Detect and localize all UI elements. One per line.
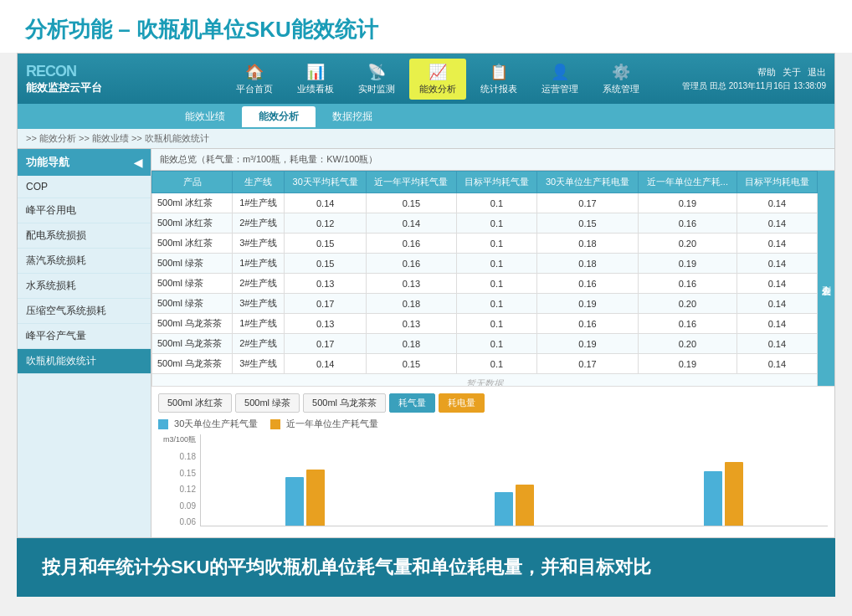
nav-item-dashboard[interactable]: 📊 业绩看板	[287, 59, 344, 100]
cell-v5: 0.19	[639, 254, 737, 274]
cell-v2: 0.14	[366, 213, 456, 234]
nav-label-home: 平台首页	[236, 83, 273, 95]
cell-v1: 0.13	[285, 274, 367, 294]
nav-item-operations[interactable]: 👤 运营管理	[531, 59, 588, 100]
col-1year-gas: 近一年平均耗气量	[366, 172, 456, 193]
sidebar-item-distribution[interactable]: 配电系统损损	[18, 223, 151, 249]
chart-tab-green-tea[interactable]: 500ml 绿茶	[235, 393, 300, 413]
cell-v6: 0.14	[737, 314, 817, 334]
no-data-cell: 暂无数据	[152, 374, 818, 387]
nav-icons: 🏠 平台首页 📊 业绩看板 📡 实时监测 📈 能效分析 📋 统计报表 👤	[193, 59, 682, 100]
cell-product: 500ml 绿茶	[152, 254, 233, 274]
about-link[interactable]: 关于	[783, 66, 801, 79]
cell-v1: 0.15	[285, 254, 367, 274]
cell-v1: 0.17	[285, 294, 367, 314]
cell-v3: 0.1	[456, 274, 536, 294]
sidebar-item-blower-stats[interactable]: 吹瓶机能效统计	[18, 349, 151, 374]
cell-v2: 0.15	[366, 193, 456, 213]
cell-v2: 0.18	[366, 334, 456, 354]
cell-v1: 0.15	[285, 234, 367, 254]
y-tick-3: 0.12	[158, 485, 196, 494]
cell-line: 2#生产线	[233, 334, 285, 354]
legend-blue: 30天单位生产耗气量	[158, 418, 258, 430]
cell-v1: 0.13	[285, 314, 367, 334]
help-link[interactable]: 帮助	[757, 66, 776, 79]
logo-area: RECON 能效监控云平台	[26, 63, 193, 95]
y-axis: m3/100瓶 0.18 0.15 0.12 0.09 0.06	[158, 434, 200, 526]
sub-tab-analysis[interactable]: 能效分析	[242, 106, 316, 127]
cell-line: 3#生产线	[233, 234, 285, 254]
nav-item-system[interactable]: ⚙️ 系统管理	[593, 59, 649, 100]
sidebar-item-gas-output[interactable]: 峰平谷产气量	[18, 324, 151, 349]
cell-v3: 0.1	[456, 193, 536, 213]
nav-item-analysis[interactable]: 📈 能效分析	[409, 59, 466, 100]
nav-label-operations: 运营管理	[541, 83, 578, 95]
cell-v6: 0.14	[737, 254, 817, 274]
y-tick-2: 0.09	[158, 501, 196, 511]
table-row: 500ml 绿茶 1#生产线 0.15 0.16 0.1 0.18 0.19 0…	[152, 254, 818, 274]
col-target-elec: 目标平均耗电量	[737, 172, 817, 193]
table-scroll-area[interactable]: 产品 生产线 30天平均耗气量 近一年平均耗气量 目标平均耗气量 30天单位生产…	[151, 171, 818, 386]
nav-item-report[interactable]: 📋 统计报表	[470, 59, 527, 100]
sub-tab-performance[interactable]: 能效业绩	[168, 106, 242, 127]
chart-tabs: 500ml 冰红茶 500ml 绿茶 500ml 乌龙茶茶 耗气量 耗电量	[158, 393, 828, 413]
y-tick-4: 0.15	[158, 469, 196, 478]
home-icon: 🏠	[245, 63, 264, 81]
sidebar-item-compressed-air[interactable]: 压缩空气系统损耗	[18, 299, 151, 324]
cell-v4: 0.16	[537, 314, 639, 334]
sidebar-item-cop[interactable]: COP	[18, 176, 151, 198]
legend-dot-blue	[158, 419, 168, 429]
cell-line: 1#生产线	[233, 254, 285, 274]
nav-item-monitor[interactable]: 📡 实时监测	[348, 59, 405, 100]
table-row: 500ml 冰红茶 3#生产线 0.15 0.16 0.1 0.18 0.20 …	[152, 234, 818, 254]
bar-blue	[495, 492, 513, 526]
cell-v5: 0.16	[639, 314, 737, 334]
chart-area: 500ml 冰红茶 500ml 绿茶 500ml 乌龙茶茶 耗气量 耗电量 30…	[151, 386, 834, 538]
logout-link[interactable]: 退出	[808, 66, 826, 79]
logo-subtitle: 能效监控云平台	[26, 80, 102, 95]
cell-v2: 0.15	[366, 354, 456, 374]
sidebar-header: 功能导航 ◀	[18, 149, 151, 176]
sidebar-item-water[interactable]: 水系统损耗	[18, 274, 151, 299]
nav-item-home[interactable]: 🏠 平台首页	[226, 59, 283, 100]
nav-right: 帮助 关于 退出 管理员 田总 2013年11月16日 13:38:09	[682, 66, 826, 92]
bar-group	[410, 485, 619, 526]
cell-line: 1#生产线	[233, 314, 285, 334]
data-table: 产品 生产线 30天平均耗气量 近一年平均耗气量 目标平均耗气量 30天单位生产…	[151, 171, 818, 386]
chart-tab-elec[interactable]: 耗电量	[439, 393, 485, 413]
cell-v2: 0.16	[366, 254, 456, 274]
cell-line: 2#生产线	[233, 213, 285, 234]
table-enterprise-wrapper: 产品 生产线 30天平均耗气量 近一年平均耗气量 目标平均耗气量 30天单位生产…	[151, 171, 834, 386]
legend-orange: 近一年单位生产耗气量	[270, 418, 378, 430]
sidebar-item-peak-valley[interactable]: 峰平谷用电	[18, 198, 151, 223]
cell-v3: 0.1	[456, 354, 536, 374]
cell-product: 500ml 乌龙茶茶	[152, 314, 233, 334]
legend-label-orange: 近一年单位生产耗气量	[286, 418, 378, 429]
cell-product: 500ml 绿茶	[152, 274, 233, 294]
legend-label-blue: 30天单位生产耗气量	[174, 418, 258, 429]
chart-container: m3/100瓶 0.18 0.15 0.12 0.09 0.06	[158, 434, 828, 526]
logo: RECON	[26, 63, 102, 80]
chart-tab-oolong-tea[interactable]: 500ml 乌龙茶茶	[303, 393, 386, 413]
cell-v3: 0.1	[456, 254, 536, 274]
cell-line: 3#生产线	[233, 294, 285, 314]
sub-tab-mining[interactable]: 数据挖掘	[316, 106, 389, 127]
nav-label-monitor: 实时监测	[358, 83, 395, 95]
bottom-banner-text: 按月和年统计分SKU的平均吹瓶机单位耗气量和单位耗电量，并和目标对比	[42, 555, 810, 580]
sidebar-item-steam[interactable]: 蒸汽系统损耗	[18, 249, 151, 274]
cell-v2: 0.13	[366, 274, 456, 294]
cell-product: 500ml 冰红茶	[152, 234, 233, 254]
chart-tab-gas[interactable]: 耗气量	[389, 393, 435, 413]
dashboard-icon: 📊	[306, 63, 325, 81]
cell-v4: 0.18	[537, 254, 639, 274]
cell-line: 2#生产线	[233, 274, 285, 294]
operations-icon: 👤	[551, 63, 569, 81]
table-row: 500ml 冰红茶 2#生产线 0.12 0.14 0.1 0.15 0.16 …	[152, 213, 818, 234]
sidebar-collapse-icon[interactable]: ◀	[134, 157, 142, 169]
enterprise-column[interactable]: 企业列表	[818, 171, 834, 386]
nav-right-links: 帮助 关于 退出	[757, 66, 826, 79]
chart-tab-ice-tea[interactable]: 500ml 冰红茶	[158, 393, 232, 413]
cell-product: 500ml 冰红茶	[152, 213, 233, 234]
table-row: 500ml 绿茶 3#生产线 0.17 0.18 0.1 0.19 0.20 0…	[152, 294, 818, 314]
cell-v6: 0.14	[737, 294, 817, 314]
